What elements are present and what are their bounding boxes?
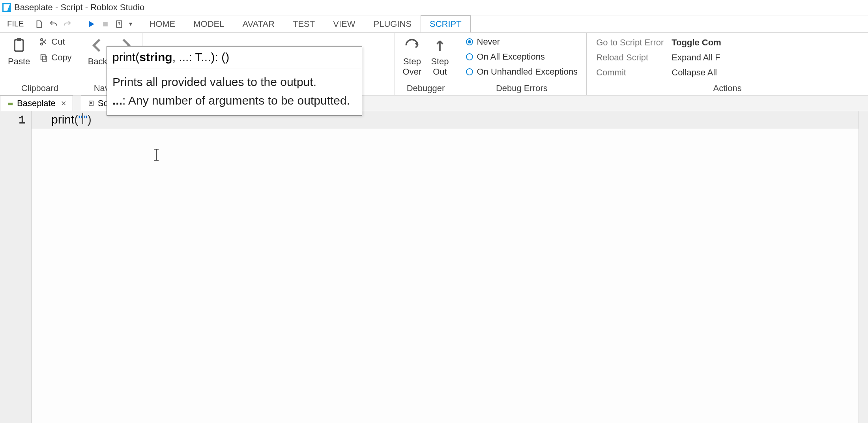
- menu-bar: FILE ▾ HOME MODEL AVATAR TEST VIEW PLUGI…: [0, 15, 868, 32]
- back-button[interactable]: Back: [86, 35, 110, 68]
- radio-label: On Unhandled Exceptions: [477, 67, 578, 77]
- ribbon-tabs: HOME MODEL AVATAR TEST VIEW PLUGINS SCRI…: [140, 15, 471, 32]
- code-editor[interactable]: 1 print(""): [0, 111, 868, 423]
- tooltip-signature: print(string, ...: T...): (): [107, 47, 362, 69]
- action-commit[interactable]: Commit: [592, 65, 668, 80]
- file-menu[interactable]: FILE: [0, 15, 31, 32]
- tab-plugins[interactable]: PLUGINS: [364, 15, 421, 32]
- baseplate-icon: [7, 100, 14, 107]
- radio-label: Never: [477, 37, 500, 47]
- tooltip-line2-rest: : Any number of arguments to be outputte…: [122, 94, 350, 107]
- action-goto-script-error[interactable]: Go to Script Error: [592, 35, 668, 50]
- paste-label: Paste: [8, 56, 30, 67]
- scrollbar[interactable]: [859, 111, 868, 423]
- signature-tooltip: print(string, ...: T...): () Prints all …: [107, 46, 362, 116]
- action-toggle-comment[interactable]: Toggle Com: [668, 35, 725, 50]
- close-icon[interactable]: ×: [61, 98, 66, 109]
- copy-button[interactable]: Copy: [37, 51, 74, 64]
- undo-icon[interactable]: [49, 20, 58, 28]
- radio-icon: [466, 38, 473, 45]
- publish-icon[interactable]: [115, 20, 123, 28]
- quick-access-toolbar: ▾: [31, 19, 136, 30]
- token-quote-close: ": [83, 113, 88, 126]
- code-area[interactable]: print(""): [32, 111, 859, 423]
- actions-group-label: Actions: [592, 81, 862, 95]
- step-over-button[interactable]: Step Over: [400, 35, 424, 79]
- group-debugger: Step Over Step Out Debugger: [395, 33, 457, 95]
- svg-rect-2: [17, 38, 21, 41]
- doc-tab-label: Baseplate: [17, 98, 56, 109]
- group-clipboard: Paste Cut Copy Clipboard: [0, 33, 80, 95]
- line-number: 1: [0, 111, 31, 127]
- copy-label: Copy: [51, 52, 71, 63]
- svg-rect-0: [103, 22, 108, 26]
- tab-test[interactable]: TEST: [284, 15, 324, 32]
- radio-never[interactable]: Never: [463, 35, 503, 49]
- tab-model[interactable]: MODEL: [184, 15, 233, 32]
- group-debug-errors: Never On All Exceptions On Unhandled Exc…: [457, 33, 587, 95]
- radio-on-all-exceptions[interactable]: On All Exceptions: [463, 50, 548, 64]
- play-icon[interactable]: [86, 19, 96, 29]
- svg-rect-5: [41, 55, 45, 60]
- sig-post: , ...: T...): (): [172, 51, 229, 64]
- radio-label: On All Exceptions: [477, 52, 545, 62]
- ribbon: Paste Cut Copy Clipboard Back: [0, 32, 868, 95]
- svg-rect-7: [8, 103, 13, 105]
- action-reload-script[interactable]: Reload Script: [592, 50, 668, 65]
- tooltip-line1: Prints all provided values to the output…: [112, 73, 356, 92]
- stop-icon[interactable]: [101, 20, 109, 28]
- action-expand-all[interactable]: Expand All F: [668, 50, 725, 65]
- cut-button[interactable]: Cut: [37, 35, 74, 49]
- tab-home[interactable]: HOME: [140, 15, 184, 32]
- tooltip-body: Prints all provided values to the output…: [107, 69, 362, 115]
- line-gutter: 1: [0, 111, 32, 423]
- clipboard-group-label: Clipboard: [6, 81, 74, 95]
- sig-pre: print(: [112, 51, 139, 64]
- new-file-icon[interactable]: [35, 20, 43, 28]
- svg-rect-1: [15, 39, 23, 51]
- token-quote-open: ": [78, 113, 82, 126]
- qat-dropdown-icon[interactable]: ▾: [129, 20, 132, 28]
- tooltip-line2: ...: Any number of arguments to be outpu…: [112, 92, 356, 110]
- group-actions: Go to Script Error Reload Script Commit …: [587, 33, 868, 95]
- step-out-label: Step Out: [431, 56, 449, 77]
- token-lparen: (: [74, 113, 78, 126]
- tab-avatar[interactable]: AVATAR: [234, 15, 284, 32]
- step-out-button[interactable]: Step Out: [428, 35, 451, 79]
- app-icon: [2, 3, 11, 12]
- debugger-group-label: Debugger: [400, 81, 451, 95]
- mouse-cursor-ibeam: [156, 149, 157, 161]
- title-bar: Baseplate - Script - Roblox Studio: [0, 0, 868, 15]
- tooltip-line2-prefix: ...: [112, 94, 122, 107]
- window-title: Baseplate - Script - Roblox Studio: [14, 2, 144, 13]
- token-rparen: ): [88, 113, 92, 126]
- action-collapse-all[interactable]: Collapse All: [668, 65, 725, 80]
- redo-icon[interactable]: [63, 20, 72, 28]
- separator: [79, 19, 79, 30]
- radio-on-unhandled-exceptions[interactable]: On Unhandled Exceptions: [463, 65, 581, 79]
- radio-icon: [466, 68, 473, 75]
- debug-errors-group-label: Debug Errors: [463, 81, 581, 95]
- tab-script[interactable]: SCRIPT: [421, 15, 471, 32]
- step-over-label: Step Over: [403, 56, 422, 77]
- svg-rect-6: [43, 56, 47, 61]
- doc-tab-baseplate[interactable]: Baseplate ×: [0, 95, 73, 111]
- script-icon: [88, 100, 95, 107]
- back-label: Back: [88, 56, 107, 67]
- radio-icon: [466, 53, 473, 60]
- cut-label: Cut: [51, 37, 65, 47]
- sig-param: string: [139, 51, 172, 64]
- token-function: print: [51, 113, 74, 126]
- tab-view[interactable]: VIEW: [324, 15, 364, 32]
- paste-button[interactable]: Paste: [6, 35, 32, 68]
